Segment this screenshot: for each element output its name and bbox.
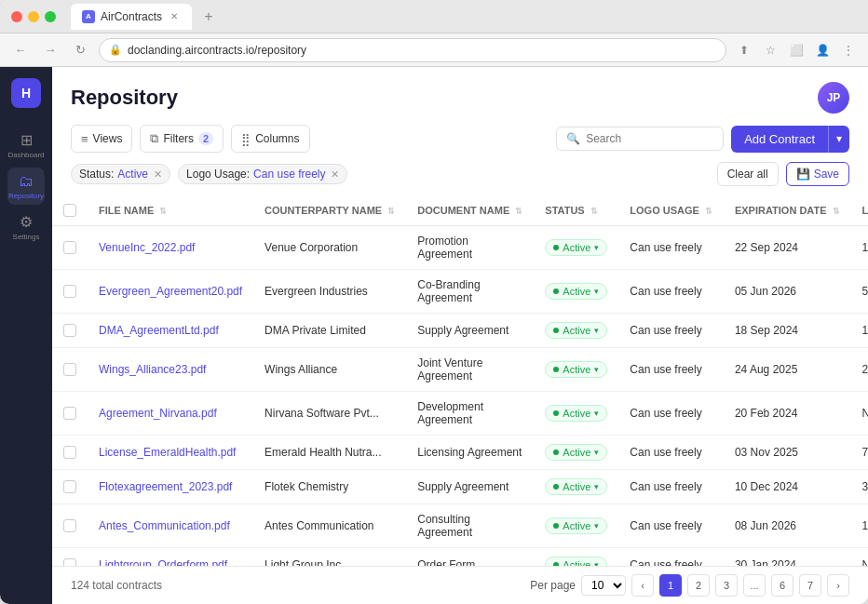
select-all-checkbox[interactable] — [63, 204, 76, 217]
row-expiry: 22 Sep 2024 — [724, 226, 851, 270]
file-name-sort-icon[interactable]: ⇅ — [159, 207, 167, 216]
sidebar: H ⊞ Dashboard 🗂 Repository ⚙ Settings — [0, 67, 52, 604]
row-checkbox[interactable] — [63, 241, 76, 254]
columns-button[interactable]: ⣿ Columns — [231, 125, 309, 153]
status-badge[interactable]: Active ▾ — [545, 405, 607, 422]
row-checkbox-cell — [52, 548, 88, 567]
tab-close-btn[interactable]: ✕ — [168, 10, 181, 23]
next-page-btn[interactable]: › — [827, 574, 849, 597]
counterparty-sort-icon[interactable]: ⇅ — [387, 207, 395, 216]
add-contract-button[interactable]: Add Contract — [731, 126, 828, 153]
row-checkbox[interactable] — [63, 324, 76, 337]
per-page-select[interactable]: 10 25 50 — [581, 575, 626, 596]
views-button[interactable]: ≡ Views — [71, 125, 132, 153]
row-document: Development Agreement — [406, 392, 534, 436]
document-sort-icon[interactable]: ⇅ — [515, 207, 522, 216]
status-badge[interactable]: Active ▾ — [545, 361, 607, 378]
status-chevron-icon: ▾ — [594, 243, 599, 252]
filters-row: Status: Active ✕ Logo Usage: Can use fre… — [52, 162, 868, 195]
status-badge[interactable]: Active ▾ — [545, 517, 607, 534]
filter-status-close[interactable]: ✕ — [154, 168, 162, 181]
clear-all-button[interactable]: Clear all — [717, 162, 779, 186]
expiry-sort-icon[interactable]: ⇅ — [833, 207, 840, 216]
row-expiry: 03 Nov 2025 — [724, 436, 851, 470]
row-checkbox-cell — [52, 270, 88, 314]
file-link[interactable]: Antes_Communication.pdf — [99, 519, 230, 532]
file-link[interactable]: Wings_Alliance23.pdf — [99, 363, 206, 376]
row-checkbox[interactable] — [63, 480, 76, 493]
row-checkbox-cell — [52, 226, 88, 270]
save-button[interactable]: 💾 Save — [786, 162, 849, 186]
address-text: doclanding.aircontracts.io/repository — [128, 44, 306, 57]
row-counterparty: Wings Alliance — [253, 348, 406, 392]
status-badge[interactable]: Active ▾ — [545, 478, 607, 495]
file-link[interactable]: VenueInc_2022.pdf — [99, 241, 195, 254]
sidebar-item-settings[interactable]: ⚙ Settings — [7, 208, 45, 246]
page-7-btn[interactable]: 7 — [799, 574, 821, 597]
row-checkbox[interactable] — [63, 285, 76, 298]
avatar[interactable]: JP — [818, 82, 849, 114]
row-checkbox[interactable] — [63, 363, 76, 376]
row-expiry: 10 Dec 2024 — [724, 470, 851, 504]
row-checkbox[interactable] — [63, 446, 76, 459]
sidebar-item-dashboard[interactable]: ⊞ Dashboard — [7, 127, 45, 164]
filter-logo-close[interactable]: ✕ — [331, 168, 339, 181]
table-row: VenueInc_2022.pdf Venue Corporation Prom… — [52, 226, 868, 270]
table-container: FILE NAME ⇅ COUNTERPARTY NAME ⇅ DOCUMENT… — [52, 195, 868, 566]
maximize-window-btn[interactable] — [45, 11, 56, 22]
table-row: Wings_Alliance23.pdf Wings Alliance Join… — [52, 348, 868, 392]
back-btn[interactable]: ← — [9, 39, 32, 61]
status-sort-icon[interactable]: ⇅ — [590, 207, 598, 216]
row-counterparty: Flotek Chemistry — [253, 470, 406, 504]
browser-window: A AirContracts ✕ + ← → ↻ 🔒 doclanding.ai… — [0, 0, 868, 604]
status-badge[interactable]: Active ▾ — [545, 322, 607, 339]
row-status: Active ▾ — [534, 504, 618, 548]
file-link[interactable]: Lightgroup_Orderform.pdf — [99, 558, 227, 566]
add-contract-dropdown-btn[interactable]: ▾ — [828, 126, 849, 153]
row-checkbox[interactable] — [63, 558, 76, 566]
row-document: Co-Branding Agreement — [406, 270, 534, 314]
browser-tab[interactable]: A AirContracts ✕ — [71, 4, 192, 30]
bookmark-btn[interactable]: ☆ — [760, 40, 780, 60]
close-window-btn[interactable] — [11, 11, 22, 22]
page-2-btn[interactable]: 2 — [687, 574, 710, 597]
forward-btn[interactable]: → — [39, 39, 61, 61]
row-file: Lightgroup_Orderform.pdf — [88, 548, 253, 567]
row-checkbox[interactable] — [63, 407, 76, 420]
share-btn[interactable]: ⬆ — [734, 40, 754, 60]
menu-btn[interactable]: ⋮ — [838, 40, 859, 60]
sidebar-item-repository[interactable]: 🗂 Repository — [7, 168, 45, 205]
extensions-btn[interactable]: ⬜ — [786, 40, 807, 60]
status-badge[interactable]: Active ▾ — [545, 283, 607, 300]
row-checkbox-cell — [52, 392, 88, 436]
address-bar[interactable]: 🔒 doclanding.aircontracts.io/repository — [99, 38, 726, 62]
filters-tags: Status: Active ✕ Logo Usage: Can use fre… — [71, 164, 347, 184]
file-link[interactable]: Flotexagreement_2023.pdf — [99, 480, 232, 493]
search-input[interactable] — [586, 132, 713, 145]
reload-btn[interactable]: ↻ — [69, 39, 91, 61]
page-1-btn[interactable]: 1 — [659, 574, 682, 597]
status-badge[interactable]: Active ▾ — [545, 239, 607, 256]
page-3-btn[interactable]: 3 — [715, 574, 738, 597]
file-link[interactable]: License_EmeraldHealth.pdf — [99, 446, 236, 459]
prev-page-btn[interactable]: ‹ — [631, 574, 654, 597]
filters-button[interactable]: ⧉ Filters 2 — [140, 125, 224, 153]
row-checkbox[interactable] — [63, 519, 76, 532]
file-link[interactable]: Agreement_Nirvana.pdf — [99, 407, 217, 420]
status-dot — [553, 245, 559, 250]
profile-btn[interactable]: 👤 — [812, 40, 833, 60]
row-file: Antes_Communication.pdf — [88, 504, 253, 548]
minimize-window-btn[interactable] — [28, 11, 39, 22]
status-badge[interactable]: Active ▾ — [545, 557, 607, 566]
file-link[interactable]: Evergreen_Agreement20.pdf — [99, 285, 242, 298]
status-chevron-icon: ▾ — [594, 448, 599, 457]
status-badge[interactable]: Active ▾ — [545, 444, 607, 461]
sidebar-repository-label: Repository — [8, 192, 44, 200]
page-6-btn[interactable]: 6 — [771, 574, 793, 597]
filters-actions: Clear all 💾 Save — [717, 162, 849, 186]
new-tab-btn[interactable]: + — [199, 7, 218, 26]
search-box[interactable]: 🔍 — [556, 127, 724, 151]
logo-sort-icon[interactable]: ⇅ — [705, 207, 712, 216]
row-liability: 250,000 USD — [851, 348, 868, 392]
file-link[interactable]: DMA_AgreementLtd.pdf — [99, 324, 219, 337]
